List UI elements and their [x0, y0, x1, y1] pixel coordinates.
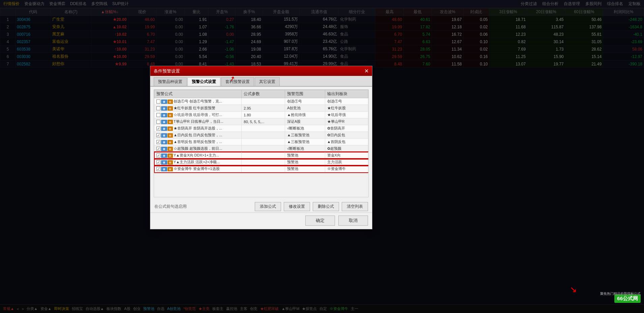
cancel-button[interactable]: 取消 [338, 216, 368, 226]
close-icon[interactable]: ✕ [364, 68, 369, 74]
formula-col-header-range: 预警范围 [285, 90, 325, 98]
bottom-right-arrow: ↘ [570, 285, 577, 294]
dialog-tabs: 预警品种设置 预警公式设置 套利预警设置 其它设置 [150, 76, 372, 87]
main-container: 行情报价 资金驱动力 资金博弈 DDE排名 多空阵线 SUP统计 分类过滤 组合… [0, 0, 644, 313]
tab-other[interactable]: 其它设置 [255, 77, 280, 86]
tab-alarm-type[interactable]: 预警品种设置 [154, 77, 187, 86]
formula-row[interactable]: ✓▦▤☆超预颜 超预颜选股，前日...√断断板池✿超预颜 [154, 145, 368, 152]
logo-sub: 聚焦热门精品炒股指标公式 [600, 291, 641, 296]
dialog-confirm-buttons: 确定 取消 [150, 212, 372, 229]
formula-row[interactable]: ✓▦▤Y▲主力活跃 活跃>2+净额...预警池主力活跃 [154, 159, 368, 166]
dialog-title: 条件预警设置 [154, 68, 180, 74]
formula-row[interactable]: ✓▦▤★首阴高开 首阴高开选股，...√断断板池✿首阴高开 [154, 125, 368, 132]
tab-formula-settings[interactable]: 预警公式设置 [187, 77, 220, 86]
formula-row[interactable]: ▦▤T孥山甲R 日线孥山甲，当日...80, 5, 5, 5,...深证A股★孥… [154, 118, 368, 125]
dialog-body: ↗ 预警公式 公式参数 预警范围 输出到板块 ▦▤创选①号 创选①号预警，克..… [150, 87, 372, 200]
formula-row[interactable]: ▦▤☆坑后寻强 坑后寻强，可打...1.80▲抢坑待强★坑后寻强 [154, 112, 368, 118]
dialog-titlebar: 条件预警设置 ✕ [150, 66, 372, 76]
formula-col-header-output: 输出到板块 [325, 90, 368, 98]
dialog: 条件预警设置 ✕ 预警品种设置 预警公式设置 套利预警设置 其它设置 ↗ 预警公… [150, 66, 372, 229]
formula-row[interactable]: ✓▦▤Y▲资金X向 DDX>1+主力...预警池资金X向 [154, 152, 368, 159]
add-formula-button[interactable]: 添加公式 [255, 202, 281, 211]
modify-settings-button[interactable]: 修改设置 [284, 202, 310, 211]
formula-row[interactable]: ✓▦▤▲首明反包 首明反包预管，...▲三板预管池▲首阴反包 [154, 139, 368, 145]
delete-formula-button[interactable]: 删除公式 [313, 202, 339, 211]
clear-list-button[interactable]: 清空列表 [342, 202, 368, 211]
formula-row[interactable]: ✓▦▤※资金博牛 资金博牛=1选股预警池※资金博牛 [154, 166, 368, 172]
formula-row[interactable]: ▦▤创选①号 创选①号预警，克...创选①号创选①号 [154, 98, 368, 105]
footer-note: 在公式前句选启用 [154, 202, 252, 211]
formula-row[interactable]: ▦▤★红牛妖股 红牛妖股预警2.95A创竞池★红牛妖股 [154, 105, 368, 112]
tab-arbitrage[interactable]: 套利预警设置 [221, 77, 254, 86]
formula-table-container: 预警公式 公式参数 预警范围 输出到板块 ▦▤创选①号 创选①号预警，克...创… [154, 89, 369, 197]
dialog-action-buttons: 在公式前句选启用 添加公式 修改设置 删除公式 清空列表 [150, 200, 372, 212]
formula-table: 预警公式 公式参数 预警范围 输出到板块 ▦▤创选①号 创选①号预警，克...创… [154, 90, 368, 172]
confirm-button[interactable]: 确定 [305, 216, 335, 226]
formula-col-header-param: 公式参数 [242, 90, 285, 98]
formula-row[interactable]: ✓▦▤▲日内反包 日内反包预管，...▲三板预管池✿日内反包 [154, 132, 368, 139]
formula-col-header-formula: 预警公式 [154, 90, 242, 98]
